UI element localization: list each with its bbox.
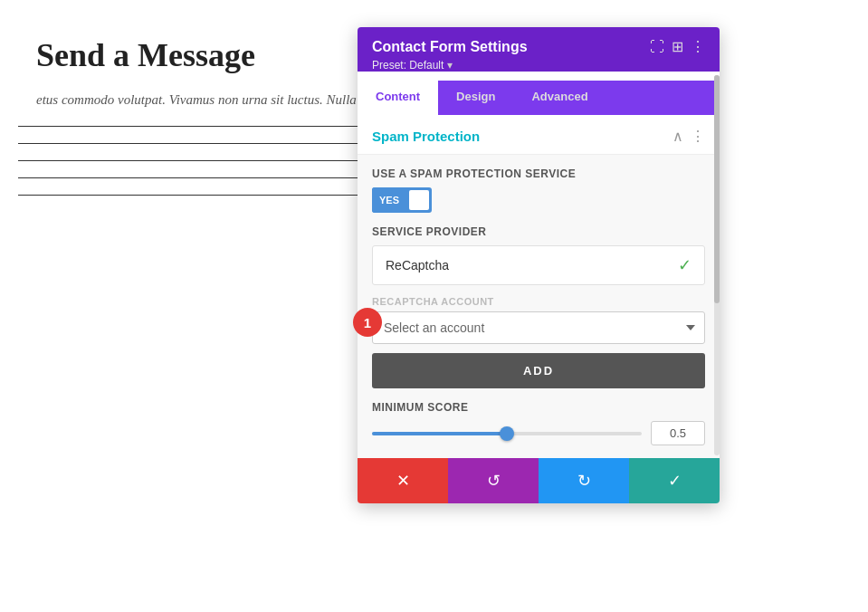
tab-design[interactable]: Design <box>438 81 513 115</box>
step-badge: 1 <box>353 308 382 337</box>
confirm-button[interactable]: ✓ <box>629 458 720 503</box>
service-provider-label: Service Provider <box>372 225 705 238</box>
select-account-wrap: Select an account <box>372 311 705 344</box>
panel-header-top: Contact Form Settings ⛶ ⊞ ⋮ <box>372 38 705 55</box>
divider-1 <box>18 126 380 127</box>
slider-fill <box>372 432 507 435</box>
toggle-label: Use A Spam Protection Service <box>372 167 705 180</box>
toggle-knob <box>409 190 429 210</box>
panel-header-icons: ⛶ ⊞ ⋮ <box>650 38 705 55</box>
panel-header: Contact Form Settings ⛶ ⊞ ⋮ Preset: Defa… <box>358 27 720 72</box>
confirm-icon: ✓ <box>668 471 682 491</box>
undo-icon: ↺ <box>487 471 501 491</box>
recaptcha-option[interactable]: ReCaptcha ✓ <box>372 245 705 285</box>
cancel-icon: ✕ <box>396 471 410 491</box>
spam-protection-toggle[interactable]: YES <box>372 187 432 213</box>
slider-wrap <box>372 425 642 443</box>
collapse-icon[interactable]: ∧ <box>672 128 683 145</box>
check-icon: ✓ <box>678 255 692 275</box>
select-account-dropdown[interactable]: Select an account <box>372 311 705 344</box>
tab-content[interactable]: Content <box>358 81 438 115</box>
slider-value-input[interactable] <box>651 421 705 445</box>
tab-advanced[interactable]: Advanced <box>513 81 606 115</box>
cancel-button[interactable]: ✕ <box>358 458 448 503</box>
add-button[interactable]: ADD <box>372 353 705 388</box>
recaptcha-account-label-partial: reCAPTCHA Account <box>372 296 705 307</box>
section-content: Use A Spam Protection Service YES Servic… <box>358 155 720 458</box>
divider-4 <box>18 177 380 178</box>
spam-toggle-wrap: Use A Spam Protection Service YES <box>372 167 705 213</box>
min-score-label: Minimum Score <box>372 401 705 414</box>
service-provider-wrap: Service Provider ReCaptcha ✓ <box>372 225 705 285</box>
undo-button[interactable]: ↺ <box>448 458 539 503</box>
section-more-icon[interactable]: ⋮ <box>691 128 705 145</box>
section-title: Spam Protection <box>372 129 480 144</box>
more-options-icon[interactable]: ⋮ <box>691 38 705 55</box>
section-icons: ∧ ⋮ <box>672 128 705 145</box>
divider-3 <box>18 160 380 161</box>
layout-icon[interactable]: ⊞ <box>672 38 683 55</box>
spam-protection-section-header: Spam Protection ∧ ⋮ <box>358 115 720 155</box>
redo-button[interactable]: ↻ <box>539 458 629 503</box>
slider-row <box>372 421 705 445</box>
recaptcha-label: ReCaptcha <box>386 258 449 273</box>
divider-2 <box>18 143 380 144</box>
expand-icon[interactable]: ⛶ <box>650 39 664 55</box>
scrollbar-thumb <box>714 75 720 303</box>
panel-preset[interactable]: Preset: Default ▾ <box>372 59 705 72</box>
redo-icon: ↻ <box>577 471 591 491</box>
panel-footer: ✕ ↺ ↻ ✓ <box>358 458 720 503</box>
toggle-yes-label: YES <box>372 187 406 213</box>
min-score-wrap: Minimum Score <box>372 401 705 445</box>
scrollbar[interactable] <box>714 75 720 456</box>
divider-5 <box>18 195 380 196</box>
panel-title: Contact Form Settings <box>372 39 528 55</box>
slider-thumb[interactable] <box>500 426 514 441</box>
panel-tabs: Content Design Advanced <box>358 81 720 115</box>
contact-form-settings-panel: Contact Form Settings ⛶ ⊞ ⋮ Preset: Defa… <box>358 27 720 503</box>
